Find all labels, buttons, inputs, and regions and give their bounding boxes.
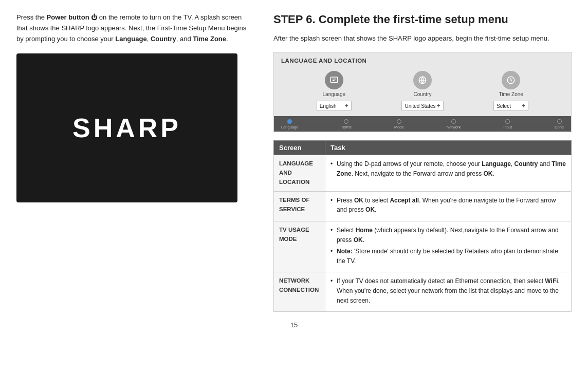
task-cell-terms: Press OK to select Accept all. When you'… <box>325 191 572 221</box>
prog-label-terms: Terms <box>341 125 351 129</box>
language-value: English <box>320 103 337 109</box>
col-screen-header: Screen <box>274 141 325 155</box>
tv-screen-display: SHARP <box>16 53 237 202</box>
prog-label-language: Language <box>281 125 298 129</box>
timezone-bold: Time Zone <box>193 35 226 43</box>
svg-point-3 <box>336 82 337 83</box>
screen-cell-terms: TERMS OF SERVICE <box>274 191 325 221</box>
prog-dot-done <box>557 119 562 124</box>
language-item: Language English + <box>317 71 352 111</box>
screen-cell-network: NETWORK CONNECTION <box>274 272 325 312</box>
timezone-item: Time Zone Select + <box>493 71 528 111</box>
table-header-row: Screen Task <box>274 141 572 155</box>
power-symbol: ⏻ <box>91 14 97 21</box>
screen-cell-mode: TV USAGE MODE <box>274 221 325 272</box>
prog-dot-mode <box>397 119 401 124</box>
language-bold: Language <box>115 35 146 43</box>
list-item: Press OK to select Accept all. When you'… <box>330 196 566 215</box>
country-label: Country <box>413 91 431 97</box>
country-plus[interactable]: + <box>437 102 440 109</box>
language-location-diagram: LANGUAGE AND LOCATION Language En <box>273 52 572 132</box>
svg-rect-0 <box>330 77 338 83</box>
language-icon <box>325 71 343 89</box>
page-container: Press the Power button ⏻ on the remote t… <box>16 12 572 312</box>
prog-dot-network <box>451 119 456 124</box>
list-item: Note: 'Store mode' should only be select… <box>330 247 566 266</box>
progress-steps: Language Terms Mode <box>281 119 564 129</box>
prog-step-input: Input <box>503 119 512 129</box>
country-select[interactable]: United States + <box>401 101 443 111</box>
prog-step-terms: Terms <box>341 119 351 129</box>
prog-label-done: Done <box>555 125 564 129</box>
prog-label-mode: Mode <box>394 125 404 129</box>
left-intro-text: Press the Power button ⏻ on the remote t… <box>16 12 253 44</box>
prog-step-done: Done <box>555 119 564 129</box>
screen-cell-lang: LANGUAGE AND LOCATION <box>274 155 325 191</box>
country-bold: Country <box>151 35 176 43</box>
country-icon <box>413 71 432 89</box>
prog-label-network: Network <box>447 125 461 129</box>
table-row: TV USAGE MODE Select Home (which appears… <box>274 221 572 272</box>
icons-row: Language English + <box>281 71 564 111</box>
power-button-label: Power button ⏻ <box>47 13 98 21</box>
prog-step-mode: Mode <box>394 119 404 129</box>
task-cell-lang: Using the D-pad arrows of your remote, c… <box>325 155 572 191</box>
prog-dot-language <box>287 119 292 124</box>
task-cell-mode: Select Home (which appears by default). … <box>325 221 572 272</box>
prog-label-input: Input <box>503 125 512 129</box>
table-row: TERMS OF SERVICE Press OK to select Acce… <box>274 191 572 221</box>
timezone-label: Time Zone <box>499 91 523 97</box>
timezone-icon <box>502 71 520 89</box>
task-cell-network: If your TV does not automatically detect… <box>325 272 572 312</box>
step-subtitle: After the splash screen that shows the S… <box>273 33 572 44</box>
page-number: 15 <box>16 321 572 329</box>
right-column: STEP 6. Complete the first-time setup me… <box>273 12 572 312</box>
language-select[interactable]: English + <box>317 101 352 111</box>
list-item: If your TV does not automatically detect… <box>330 276 566 305</box>
country-item: Country United States + <box>401 71 443 111</box>
prog-step-network: Network <box>447 119 461 129</box>
diagram-header: LANGUAGE AND LOCATION <box>281 58 564 64</box>
country-value: United States <box>405 103 435 109</box>
prog-dot-input <box>505 119 510 124</box>
timezone-value: Select <box>497 103 511 109</box>
list-item: Using the D-pad arrows of your remote, c… <box>330 159 566 178</box>
table-row: NETWORK CONNECTION If your TV does not a… <box>274 272 572 312</box>
step-title: STEP 6. Complete the first-time setup me… <box>273 12 572 27</box>
col-task-header: Task <box>325 141 572 155</box>
prog-step-language: Language <box>281 119 298 129</box>
language-label: Language <box>323 91 346 97</box>
language-plus[interactable]: + <box>345 102 348 109</box>
timezone-plus[interactable]: + <box>522 102 525 109</box>
prog-line-4 <box>461 121 503 121</box>
prog-line-2 <box>352 121 394 121</box>
setup-table: Screen Task LANGUAGE AND LOCATION Using … <box>273 140 572 312</box>
left-column: Press the Power button ⏻ on the remote t… <box>16 12 253 312</box>
prog-line-1 <box>298 121 341 121</box>
sharp-logo: SHARP <box>72 113 181 143</box>
timezone-select[interactable]: Select + <box>493 101 528 111</box>
progress-bar-area: Language Terms Mode <box>274 116 571 132</box>
list-item: Select Home (which appears by default). … <box>330 226 566 245</box>
prog-line-5 <box>512 121 555 121</box>
table-row: LANGUAGE AND LOCATION Using the D-pad ar… <box>274 155 572 191</box>
prog-dot-terms <box>344 119 348 124</box>
prog-line-3 <box>404 121 447 121</box>
